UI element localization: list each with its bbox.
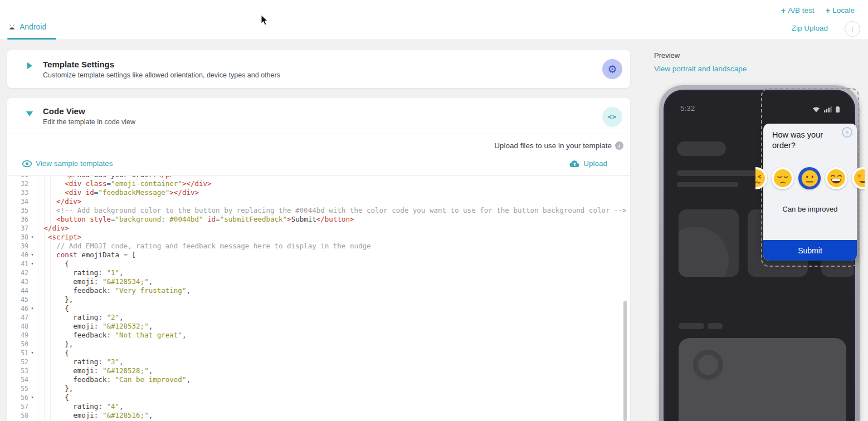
emoji-option-grinning[interactable] (825, 167, 847, 189)
code-view-subtitle: Edit the template in code view (43, 118, 135, 126)
feedback-text: Can be improved (763, 205, 857, 213)
preview-orientation-link[interactable]: View portrait and landscape (654, 65, 747, 73)
code-line[interactable]: 50 }, (7, 340, 630, 349)
eye-icon (22, 160, 32, 167)
code-line[interactable]: 53 emoji: "&#128528;", (7, 366, 630, 375)
expand-caret-icon[interactable] (27, 62, 32, 69)
view-samples-link[interactable]: View sample templates (22, 159, 113, 168)
code-line[interactable]: 34 </div> (7, 197, 630, 206)
tab-android[interactable]: Android (8, 22, 46, 31)
nudge-close-button[interactable]: × (842, 127, 852, 138)
nudge-title: How was your order? (772, 130, 840, 151)
code-line[interactable]: 54 feedback: "Can be improved", (7, 375, 630, 384)
android-icon (8, 24, 16, 30)
code-line[interactable]: 46▾ { (7, 304, 630, 313)
skeleton-circle (693, 350, 723, 380)
wifi-icon (812, 106, 820, 112)
skeleton-pill (679, 323, 704, 329)
code-line[interactable]: 36 <button style="background: #0044bd" i… (7, 215, 630, 224)
ab-test-button[interactable]: +A/B test (781, 6, 814, 14)
code-view-card: Code View Edit the template in code view… (7, 98, 630, 421)
code-line[interactable]: 48 emoji: "&#128532;", (7, 322, 630, 331)
code-line[interactable]: 55 }, (7, 384, 630, 393)
cloud-upload-icon (569, 160, 580, 168)
skeleton-card (679, 338, 846, 421)
code-view-title: Code View (43, 106, 135, 116)
template-settings-subtitle: Customize template settings like allowed… (43, 71, 280, 79)
skeleton-pill (708, 323, 723, 329)
gear-icon: ⚙ (607, 63, 617, 76)
code-view-button[interactable]: <> (602, 107, 622, 127)
active-tab-underline (7, 38, 56, 40)
code-line[interactable]: 58 emoji: "&#128516;", (7, 411, 630, 420)
code-line[interactable]: 33 <div id="feedbackMessage"></div> (7, 188, 630, 197)
emoji-option-confounded[interactable] (755, 167, 767, 189)
code-line[interactable]: 38▾ <script> (7, 233, 630, 242)
code-line[interactable]: 42 rating: "1", (7, 268, 630, 277)
submit-button[interactable]: Submit (763, 240, 857, 261)
emoji-option-neutral[interactable] (798, 167, 821, 189)
divider (7, 134, 630, 134)
tab-android-label: Android (19, 22, 46, 31)
skeleton-pill (677, 141, 726, 156)
code-line[interactable]: 56▾ { (7, 393, 630, 402)
skeleton-line (677, 182, 738, 187)
skeleton-tile (679, 209, 739, 277)
code-line[interactable]: 52 rating: "3", (7, 358, 630, 366)
upload-hint: Upload files to use in your template i (494, 141, 623, 150)
code-line[interactable]: 41▾ { (7, 260, 630, 268)
code-line[interactable]: 37 </div> (7, 224, 630, 233)
emoji-row (755, 167, 865, 189)
close-icon: × (845, 129, 849, 136)
more-menu-button[interactable]: ⋮ (845, 21, 860, 37)
locale-button[interactable]: +Locale (825, 6, 855, 14)
plus-icon: + (825, 6, 830, 14)
code-line[interactable]: 35 <!-- Add background color to the butt… (7, 206, 630, 215)
code-line[interactable]: 39 // Add EMOJI code, rating and feedbac… (7, 242, 630, 251)
editor-scrollbar[interactable] (623, 301, 627, 421)
code-line[interactable]: 32 <div class="emoji-container"></div> (7, 179, 630, 188)
template-settings-title: Template Settings (43, 60, 280, 69)
upload-link[interactable]: Upload (569, 159, 607, 168)
template-settings-card: Template Settings Customize template set… (7, 50, 630, 88)
emoji-option-pensive[interactable] (772, 167, 794, 189)
status-time: 5:32 (680, 104, 695, 112)
preview-label: Preview (654, 51, 680, 60)
emoji-clip (755, 166, 865, 194)
code-line[interactable]: 43 emoji: "&#128534;", (7, 277, 630, 286)
code-line[interactable]: 57 rating: "4", (7, 402, 630, 411)
kebab-icon: ⋮ (849, 25, 856, 33)
skeleton-shape (679, 227, 729, 277)
code-line[interactable]: 45 }, (7, 295, 630, 304)
emoji-option-star-struck[interactable] (852, 167, 865, 189)
nudge-panel[interactable]: How was your order? × Can be improved Su… (763, 124, 857, 261)
zip-upload-button[interactable]: Zip Upload (792, 24, 828, 32)
code-icon: <> (608, 113, 617, 121)
code-line[interactable]: 40▾ const emojiData = [ (7, 251, 630, 260)
info-icon[interactable]: i (615, 141, 623, 150)
template-settings-button[interactable]: ⚙ (602, 59, 622, 79)
code-lines: 31 <p>How was your order?</p>32 <div cla… (7, 176, 630, 420)
collapse-caret-icon[interactable] (26, 111, 33, 116)
code-line[interactable]: 51▾ { (7, 349, 630, 358)
battery-icon (836, 106, 840, 112)
topbar: +A/B test +Locale Android Zip Upload ⋮ (0, 0, 868, 40)
code-line[interactable]: 49 feedback: "Not that great", (7, 331, 630, 340)
code-line[interactable]: 47 rating: "2", (7, 313, 630, 322)
skeleton-line (677, 170, 759, 176)
code-line[interactable]: 44 feedback: "Very frustating", (7, 286, 630, 295)
code-editor[interactable]: 31 <p>How was your order?</p>32 <div cla… (7, 176, 630, 421)
signal-icon (824, 106, 832, 112)
plus-icon: + (781, 6, 786, 14)
